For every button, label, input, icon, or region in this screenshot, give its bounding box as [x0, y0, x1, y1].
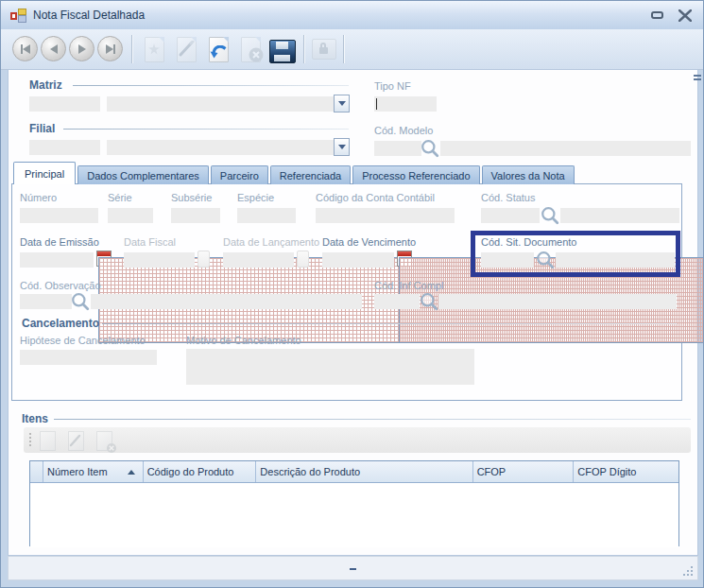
matriz-code-field[interactable]: [29, 96, 100, 112]
column-header-numero-item[interactable]: Número Item: [43, 461, 144, 482]
tab-principal[interactable]: Principal: [13, 162, 76, 184]
itens-toolbar: [24, 427, 691, 453]
column-label: Código do Produto: [147, 466, 234, 477]
toolbar-separator: [131, 35, 132, 63]
text-cursor: [376, 98, 377, 110]
matriz-name-field[interactable]: [107, 96, 334, 112]
cod-inf-compl-search-icon[interactable]: [420, 292, 438, 311]
column-header-cfop[interactable]: CFOP: [473, 461, 575, 482]
grid-body-empty[interactable]: [30, 483, 678, 547]
cod-status-label: Cód. Status: [481, 192, 535, 203]
motivo-cancelamento-textarea[interactable]: [186, 349, 474, 385]
next-record-icon[interactable]: [69, 36, 94, 61]
toolbar-separator: [343, 35, 344, 63]
itens-grid: Número Item Código do Produto Descrição …: [29, 460, 679, 546]
data-emissao-label: Data de Emissão: [20, 236, 99, 248]
cod-status-field[interactable]: [481, 208, 540, 223]
data-emissao-calendar-icon[interactable]: [96, 251, 112, 267]
sort-ascending-icon: [128, 470, 135, 475]
tab-parceiro[interactable]: Parceiro: [211, 165, 268, 184]
cod-observacao-desc-field: [91, 294, 362, 309]
tab-processo-referenciado[interactable]: Processo Referenciado: [352, 165, 479, 184]
tab-valores-da-nota[interactable]: Valores da Nota: [482, 165, 575, 184]
itens-group-label: Itens: [22, 412, 48, 425]
cod-modelo-search-icon[interactable]: [421, 139, 439, 158]
cancel-document-icon: [237, 36, 264, 62]
especie-label: Espécie: [237, 192, 274, 203]
data-vencimento-calendar-icon[interactable]: [397, 251, 412, 267]
data-vencimento-field[interactable]: [322, 252, 394, 268]
grid-header-row: Número Item Código do Produto Descrição …: [30, 461, 678, 483]
numero-field[interactable]: [20, 208, 98, 223]
edit-document-icon: [173, 36, 199, 62]
data-fiscal-field: [124, 252, 195, 268]
column-label: CFOP: [477, 466, 507, 477]
subserie-field[interactable]: [171, 208, 220, 223]
data-fiscal-picker-button: [197, 251, 210, 268]
data-vencimento-label: Data de Vencimento: [322, 236, 416, 248]
window-title: Nota Fiscal Detalhada: [33, 9, 145, 22]
delete-item-icon: [94, 430, 114, 451]
serie-field[interactable]: [108, 208, 153, 223]
cod-status-search-icon[interactable]: [541, 206, 559, 225]
data-emissao-field[interactable]: [20, 252, 94, 268]
cancelamento-rule: [102, 323, 678, 324]
matriz-dropdown-button[interactable]: [334, 95, 350, 112]
tab-referenciada[interactable]: Referenciada: [270, 165, 351, 184]
motivo-cancelamento-label: Motivo de Cancelamento: [186, 335, 301, 346]
matriz-rule: [73, 85, 349, 86]
data-lancamento-field: [223, 252, 294, 268]
filial-dropdown-button[interactable]: [334, 138, 350, 156]
cod-observacao-label: Cód. Observação: [20, 280, 101, 291]
first-record-icon[interactable]: [12, 36, 38, 61]
splitter-handle[interactable]: [350, 568, 356, 570]
minimize-icon[interactable]: [651, 11, 663, 19]
filial-name-field[interactable]: [107, 140, 334, 155]
cod-modelo-field[interactable]: [374, 141, 421, 156]
cod-sit-documento-search-icon[interactable]: [536, 251, 555, 269]
data-fiscal-label: Data Fiscal: [124, 236, 176, 248]
cod-inf-compl-label: Cód. Inf Compl: [374, 280, 443, 291]
tabstrip: Principal Dados Complementares Parceiro …: [13, 162, 575, 184]
column-header-descricao-produto[interactable]: Descrição do Produto: [256, 461, 472, 482]
main-toolbar: [1, 29, 704, 70]
cod-inf-compl-desc-field: [438, 294, 677, 309]
tipo-nf-field[interactable]: [374, 96, 437, 112]
cod-status-desc-field: [560, 208, 679, 223]
tipo-nf-label: Tipo NF: [374, 80, 411, 92]
save-icon[interactable]: [269, 38, 296, 64]
resize-grip-icon[interactable]: [681, 564, 693, 576]
subserie-label: Subsérie: [171, 192, 212, 203]
data-lancamento-picker-button: [297, 251, 309, 268]
edit-item-icon: [65, 430, 86, 451]
lock-icon: [311, 36, 337, 62]
column-header-codigo-produto[interactable]: Código do Produto: [144, 461, 257, 482]
toolbar-separator: [303, 35, 304, 63]
especie-field[interactable]: [237, 208, 296, 223]
serie-label: Série: [108, 192, 132, 203]
hipotese-cancelamento-label: Hipótese de Cancelamento: [20, 335, 146, 346]
cod-sit-documento-field[interactable]: [481, 252, 534, 268]
column-header-cfop-digito[interactable]: CFOP Dígito: [574, 461, 678, 482]
new-item-icon: [37, 430, 58, 451]
matriz-group-label: Matriz: [29, 78, 62, 92]
close-icon[interactable]: [678, 9, 692, 22]
cod-observacao-search-icon[interactable]: [71, 292, 90, 311]
tab-dados-complementares[interactable]: Dados Complementares: [77, 165, 209, 184]
cod-inf-compl-field[interactable]: [374, 294, 420, 309]
conta-contabil-field[interactable]: [316, 208, 455, 223]
filial-rule: [63, 129, 349, 130]
new-document-icon: [141, 36, 167, 62]
previous-record-icon[interactable]: [41, 36, 66, 61]
cod-modelo-desc-field: [440, 141, 691, 156]
column-label: Descrição do Produto: [260, 466, 360, 477]
undo-document-icon[interactable]: [205, 36, 232, 62]
cod-observacao-field[interactable]: [20, 294, 72, 309]
column-label: CFOP Dígito: [577, 466, 636, 477]
numero-label: Número: [20, 192, 57, 203]
filial-code-field[interactable]: [29, 140, 100, 155]
data-lancamento-label: Data de Lançamento: [223, 236, 319, 248]
hipotese-cancelamento-field[interactable]: [20, 350, 157, 365]
cancelamento-group-label: Cancelamento: [22, 317, 99, 330]
last-record-icon[interactable]: [97, 36, 123, 61]
